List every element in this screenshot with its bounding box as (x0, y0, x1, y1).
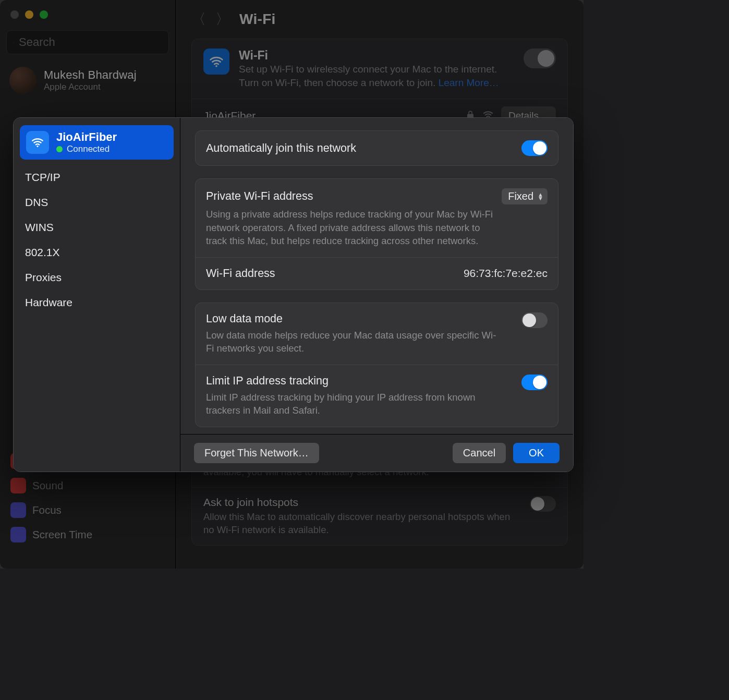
network-details-sheet: JioAirFiber Connected TCP/IP DNS WINS 80… (13, 117, 574, 472)
sheet-main: Automatically join this network Private … (180, 118, 573, 472)
private-address-description: Using a private address helps reduce tra… (206, 208, 498, 248)
chevron-updown-icon: ▲▼ (538, 193, 543, 200)
sheet-footer: Forget This Network… Cancel OK (180, 434, 573, 472)
sheet-network-name: JioAirFiber (56, 130, 117, 144)
limit-ip-tracking-title: Limit IP address tracking (206, 375, 513, 388)
low-data-mode-toggle[interactable] (521, 312, 548, 328)
wifi-address-label: Wi-Fi address (206, 267, 455, 280)
private-address-select[interactable]: Fixed ▲▼ (502, 188, 548, 204)
forget-network-button[interactable]: Forget This Network… (194, 443, 319, 463)
cancel-button[interactable]: Cancel (453, 443, 506, 463)
tab-dns[interactable]: DNS (20, 191, 174, 214)
tab-wins[interactable]: WINS (20, 216, 174, 239)
tab-proxies[interactable]: Proxies (20, 266, 174, 289)
tab-tcpip[interactable]: TCP/IP (20, 166, 174, 189)
auto-join-toggle[interactable] (521, 140, 548, 156)
low-data-mode-description: Low data mode helps reduce your Mac data… (206, 329, 498, 355)
tab-hardware[interactable]: Hardware (20, 291, 174, 314)
svg-point-2 (37, 146, 38, 147)
tab-8021x[interactable]: 802.1X (20, 241, 174, 264)
system-settings-window: Mukesh Bhardwaj Apple Account Notificati… (0, 0, 584, 569)
auto-join-group: Automatically join this network (195, 130, 558, 166)
ok-button[interactable]: OK (513, 443, 560, 463)
status-dot-icon (56, 146, 63, 152)
sheet-scroll-area[interactable]: Automatically join this network Private … (180, 118, 573, 434)
data-mode-group: Low data mode Low data mode helps reduce… (195, 303, 558, 427)
sheet-network-status: Connected (56, 144, 117, 154)
low-data-mode-title: Low data mode (206, 312, 513, 325)
private-address-group: Private Wi-Fi address Fixed ▲▼ Using a p… (195, 178, 558, 290)
wifi-address-value: 96:73:fc:7e:e2:ec (464, 267, 548, 280)
limit-ip-tracking-toggle[interactable] (521, 375, 548, 390)
private-address-title: Private Wi-Fi address (206, 190, 502, 203)
wifi-icon (26, 131, 49, 154)
limit-ip-tracking-description: Limit IP address tracking by hiding your… (206, 391, 498, 417)
sheet-network-header[interactable]: JioAirFiber Connected (20, 125, 174, 160)
sheet-sidebar: JioAirFiber Connected TCP/IP DNS WINS 80… (14, 118, 180, 472)
auto-join-label: Automatically join this network (206, 142, 513, 155)
